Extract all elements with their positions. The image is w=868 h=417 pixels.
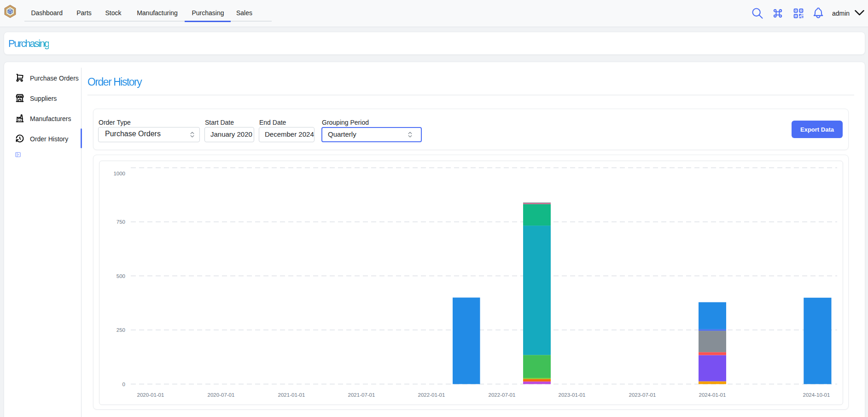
svg-text:2022-07-01: 2022-07-01 xyxy=(489,392,516,398)
svg-text:750: 750 xyxy=(117,219,125,225)
svg-text:2023-01-01: 2023-01-01 xyxy=(559,392,586,398)
svg-text:2020-01-01: 2020-01-01 xyxy=(137,392,164,398)
svg-text:2023-07-01: 2023-07-01 xyxy=(629,392,656,398)
svg-text:250: 250 xyxy=(117,327,125,333)
svg-text:2021-01-01: 2021-01-01 xyxy=(278,392,305,398)
svg-text:0: 0 xyxy=(122,382,125,387)
svg-text:2024-10-01: 2024-10-01 xyxy=(803,392,830,398)
svg-text:2021-07-01: 2021-07-01 xyxy=(348,392,375,398)
svg-text:2022-01-01: 2022-01-01 xyxy=(418,392,445,398)
svg-text:2020-07-01: 2020-07-01 xyxy=(208,392,235,398)
svg-text:2024-01-01: 2024-01-01 xyxy=(699,392,726,398)
svg-text:1000: 1000 xyxy=(113,171,125,176)
svg-text:500: 500 xyxy=(117,273,125,279)
